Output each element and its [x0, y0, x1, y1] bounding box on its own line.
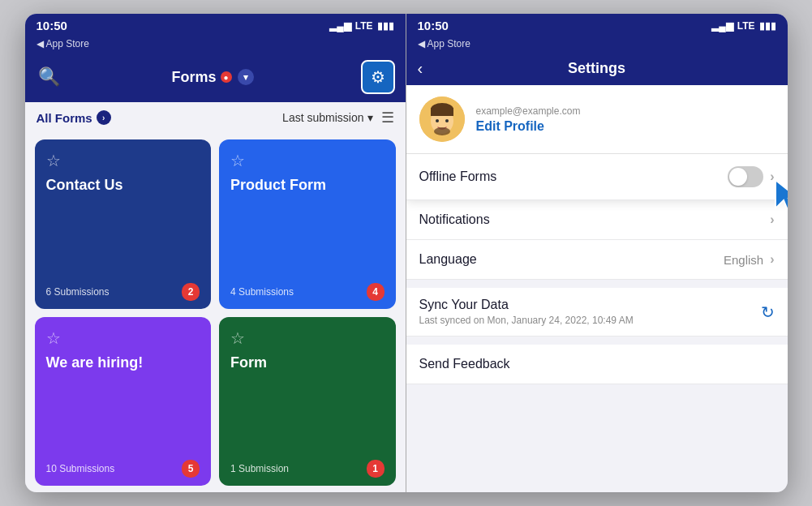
settings-list: Offline Forms › Notifications › L [406, 154, 788, 492]
forms-title: Forms [171, 69, 216, 86]
settings-title: Settings [568, 60, 625, 77]
chevron-down-icon: ▾ [243, 72, 248, 83]
svg-point-4 [436, 119, 439, 122]
svg-point-5 [445, 119, 449, 122]
right-signal-icon: ▂▄▆ [711, 20, 733, 32]
settings-button[interactable]: ⚙ [361, 60, 395, 94]
offline-forms-toggle[interactable] [728, 166, 763, 187]
sync-info: Sync Your Data Last synced on Mon, Janua… [419, 298, 634, 326]
left-status-right: ▂▄▆ LTE ▮▮▮ [329, 20, 393, 32]
form-card-form[interactable]: ☆ Form 1 Submission 1 [219, 317, 396, 487]
left-back-arrow: ◀ [37, 38, 44, 49]
edit-profile-button[interactable]: Edit Profile [476, 119, 581, 134]
form-footer: 1 Submission 1 [230, 460, 385, 478]
sync-icon[interactable]: ↻ [761, 302, 775, 322]
left-appstore-bar: ◀ App Store [25, 36, 406, 54]
forms-badge: ● [221, 71, 232, 83]
list-view-icon[interactable]: ☰ [381, 109, 394, 126]
language-item[interactable]: Language English › [406, 240, 788, 280]
svg-point-6 [434, 127, 450, 135]
form-footer: 6 Submissions 2 [46, 283, 200, 301]
right-screen: 10:50 ▂▄▆ LTE ▮▮▮ ◀ App Store ‹ Settings [406, 14, 788, 492]
left-nav-title: Forms ● ▾ [171, 69, 253, 86]
form-submissions: 10 Submissions [46, 463, 115, 474]
right-appstore-bar: ◀ App Store [406, 36, 788, 54]
form-card-title: Contact Us [46, 177, 200, 273]
gear-icon: ⚙ [371, 67, 385, 87]
star-icon: ☆ [46, 151, 200, 170]
notifications-item[interactable]: Notifications › [406, 200, 788, 240]
forms-grid: ☆ Contact Us 6 Submissions 2 ☆ Product F… [25, 133, 406, 492]
left-appstore-label: App Store [46, 38, 89, 49]
sync-title: Sync Your Data [419, 298, 634, 312]
left-time: 10:50 [37, 19, 67, 32]
form-card-hiring[interactable]: ☆ We are hiring! 10 Submissions 5 [35, 317, 212, 487]
form-card-contact-us[interactable]: ☆ Contact Us 6 Submissions 2 [35, 139, 212, 309]
form-badge: 4 [367, 283, 385, 301]
left-signal-icon: ▂▄▆ [329, 20, 351, 32]
right-network: LTE [737, 20, 755, 32]
language-right: English › [724, 252, 775, 267]
left-screen: 10:50 ▂▄▆ LTE ▮▮▮ ◀ App Store 🔍 Forms ● … [25, 14, 406, 492]
star-icon: ☆ [230, 328, 385, 348]
all-forms-label: All Forms [37, 111, 92, 125]
sync-subtitle: Last synced on Mon, January 24, 2022, 10… [419, 315, 634, 326]
forms-chevron[interactable]: ▾ [238, 69, 254, 85]
all-forms-chevron-icon: › [97, 110, 111, 125]
right-appstore-label: App Store [427, 38, 470, 49]
star-icon: ☆ [46, 328, 200, 348]
all-forms-button[interactable]: All Forms › [37, 110, 111, 125]
left-battery-icon: ▮▮▮ [377, 20, 394, 32]
right-nav-bar: ‹ Settings [406, 54, 788, 85]
right-battery-icon: ▮▮▮ [759, 20, 776, 32]
left-nav-bar: 🔍 Forms ● ▾ ⚙ [25, 54, 406, 102]
svg-rect-3 [431, 108, 453, 116]
right-status-right: ▂▄▆ LTE ▮▮▮ [711, 20, 775, 32]
profile-section: example@example.com Edit Profile [406, 85, 788, 154]
back-chevron-icon: ‹ [418, 59, 423, 78]
language-value: English [724, 253, 763, 267]
offline-forms-label: Offline Forms [419, 169, 497, 184]
offline-forms-item[interactable]: Offline Forms › [406, 154, 788, 200]
form-card-title: We are hiring! [46, 354, 200, 451]
sort-label: Last submission [282, 111, 363, 124]
send-feedback-label: Send Feedback [419, 357, 510, 371]
form-submissions: 1 Submission [230, 463, 289, 474]
search-icon: 🔍 [38, 66, 60, 88]
notifications-label: Notifications [419, 212, 490, 227]
sync-data-item[interactable]: Sync Your Data Last synced on Mon, Janua… [406, 288, 788, 337]
form-card-product-form[interactable]: ☆ Product Form 4 Submissions 4 [219, 139, 396, 309]
profile-info: example@example.com Edit Profile [476, 105, 581, 134]
right-time: 10:50 [418, 19, 449, 32]
form-submissions: 4 Submissions [230, 286, 294, 298]
left-network: LTE [355, 20, 373, 32]
form-badge: 2 [182, 283, 200, 301]
star-icon: ☆ [230, 151, 385, 170]
left-status-bar: 10:50 ▂▄▆ LTE ▮▮▮ [25, 14, 406, 36]
language-chevron-icon: › [770, 252, 774, 267]
avatar [419, 96, 465, 142]
svg-marker-7 [775, 180, 788, 214]
language-label: Language [419, 252, 477, 267]
form-badge: 5 [182, 460, 200, 478]
cursor-indicator [763, 172, 788, 224]
sort-chevron-icon: ▾ [367, 111, 373, 124]
back-button[interactable]: ‹ [418, 59, 423, 78]
form-footer: 4 Submissions 4 [230, 283, 385, 301]
toolbar: All Forms › Last submission ▾ ☰ [25, 102, 406, 133]
send-feedback-item[interactable]: Send Feedback [406, 345, 788, 384]
form-card-title: Form [230, 354, 385, 451]
profile-email: example@example.com [476, 105, 581, 117]
form-footer: 10 Submissions 5 [46, 460, 200, 478]
form-badge: 1 [367, 460, 385, 478]
form-card-title: Product Form [230, 177, 385, 273]
form-submissions: 6 Submissions [46, 286, 110, 298]
search-button[interactable]: 🔍 [35, 62, 64, 92]
sort-button[interactable]: Last submission ▾ [282, 111, 372, 124]
right-status-bar: 10:50 ▂▄▆ LTE ▮▮▮ [406, 14, 788, 36]
section-gap-2 [406, 337, 788, 345]
section-gap [406, 280, 788, 288]
right-back-arrow: ◀ [418, 38, 425, 49]
